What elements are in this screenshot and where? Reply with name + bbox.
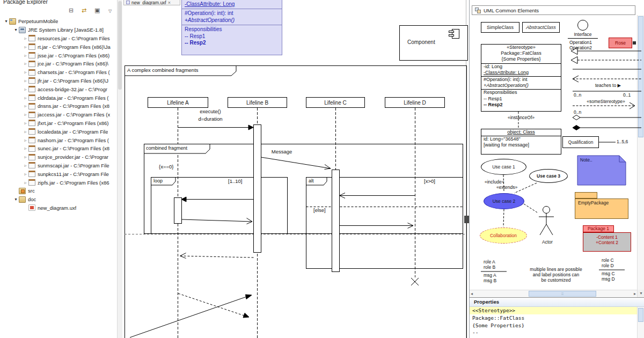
uml-component-element[interactable]: Component [399, 25, 468, 61]
tree-item[interactable]: ▹jfxrt.jar - C:\Program Files (x86) [0, 119, 117, 128]
collapsed-arrow-icon[interactable]: ▹ [23, 87, 28, 92]
tree-item-label: doc [28, 196, 36, 202]
lifeline-d[interactable]: Lifeline D [385, 97, 445, 108]
alt-guard[interactable]: [x>0] [424, 178, 435, 184]
tree-item[interactable]: ▹zipfs.jar - C:\Program Files (x86 [0, 178, 117, 187]
collapsed-arrow-icon[interactable]: ▹ [23, 155, 28, 159]
palette-simple-class[interactable]: SimpleClass [481, 22, 519, 33]
collapse-all-icon[interactable]: ⊟ [69, 7, 74, 14]
tree-item[interactable]: ▹charsets.jar - C:\Program Files ( [0, 68, 117, 77]
tree-item[interactable]: ▹sunmscapi.jar - C:\Program File [0, 161, 117, 170]
caption-role-b: role B [484, 264, 495, 270]
properties-scrollbar-thumb[interactable] [638, 308, 643, 322]
package1-tab[interactable]: Package 1 [583, 225, 614, 232]
palette-abstract-class[interactable]: AbstractClass [522, 22, 560, 33]
explorer-scrollbar-thumb[interactable] [118, 1, 122, 90]
else-guard[interactable]: [else] [313, 207, 326, 213]
properties-editor[interactable]: <<Stereotype>>Package::FatClass{Some Pro… [470, 307, 637, 338]
tree-item[interactable]: ▹jaccess.jar - C:\Program Files (x [0, 111, 117, 119]
tree-item[interactable]: ▹rt.jar - C:\Program Files (x86)\Ja [0, 42, 117, 51]
properties-line: -- [470, 329, 637, 336]
tree-item[interactable]: ▾PerpetuumMobile [0, 17, 117, 26]
loop-guard[interactable]: [1..10] [228, 178, 242, 184]
palette-qualification[interactable]: Qualification [562, 136, 599, 148]
message-label-duration[interactable]: d=duration [184, 116, 237, 122]
tree-item[interactable]: src [0, 187, 117, 195]
editor-tab[interactable]: new_diagram.uxf × [123, 0, 180, 5]
link-with-editor-icon[interactable]: ⇄ [82, 7, 86, 14]
lifeline-a[interactable]: Lifeline A [148, 97, 208, 108]
tree-item[interactable]: ▹access-bridge-32.jar - C:\Progr [0, 85, 117, 93]
collapsed-arrow-icon[interactable]: ▹ [23, 53, 28, 58]
palette-header[interactable]: UML Common Elements [472, 5, 635, 15]
palette-rose-class[interactable]: Rose [609, 38, 632, 48]
expanded-arrow-icon[interactable]: ▾ [3, 19, 9, 24]
collapsed-arrow-icon[interactable]: ▹ [23, 180, 28, 185]
tree-item[interactable]: ▹sunpkcs11.jar - C:\Program File [0, 170, 117, 178]
collapsed-arrow-icon[interactable]: ▹ [23, 70, 28, 75]
tree-item[interactable]: ▹jsse.jar - C:\Program Files (x86) [0, 51, 117, 60]
tree-item[interactable]: ▹sunec.jar - C:\Program Files (x8 [0, 144, 117, 153]
palette-interface-circle[interactable] [577, 20, 588, 31]
collapsed-arrow-icon[interactable]: ▹ [23, 78, 28, 83]
collapsed-arrow-icon[interactable]: ▹ [23, 121, 28, 126]
explorer-scrollbar[interactable] [117, 0, 122, 338]
focus-icon[interactable]: ▣ [94, 7, 100, 14]
empty-package-tab[interactable] [575, 192, 597, 199]
collapsed-arrow-icon[interactable]: ▹ [23, 146, 28, 151]
frame-title[interactable]: A complex combined fragments [127, 67, 199, 73]
collapsed-arrow-icon[interactable]: ▹ [23, 61, 28, 66]
tree-item[interactable]: new_diagram.uxf [0, 204, 117, 212]
fat-attr2: -ClassAttribute: Long [481, 70, 561, 76]
collapsed-arrow-icon[interactable]: ▹ [23, 36, 28, 41]
guard-x0[interactable]: {x==0} [159, 164, 173, 170]
collapsed-arrow-icon[interactable]: ▹ [23, 95, 28, 100]
collapsed-arrow-icon[interactable]: ▹ [23, 163, 28, 168]
palette-fat-class[interactable]: «Stereotype» Package::FatClass {Some Pro… [481, 44, 561, 112]
tree-item[interactable]: ▹cldrdata.jar - C:\Program Files ( [0, 93, 117, 102]
message-label-message[interactable]: Message [252, 149, 311, 155]
combined-fragment-label[interactable]: combined fragment [146, 145, 187, 151]
tree-item[interactable]: ▾doc [0, 195, 117, 204]
tree-item[interactable]: ▹jce.jar - C:\Program Files (x86)\ [0, 60, 117, 68]
tree-item[interactable]: ▹resources.jar - C:\Program Files [0, 34, 117, 43]
tree-item[interactable]: ▹nashorn.jar - C:\Program Files ( [0, 136, 117, 144]
collapsed-arrow-icon[interactable]: ▹ [23, 45, 28, 49]
view-menu-icon[interactable]: ▽ [108, 9, 112, 13]
palette-empty-package[interactable]: EmptyPackage [575, 199, 628, 219]
lifeline-c[interactable]: Lifeline C [306, 97, 365, 108]
tree-item[interactable]: ▾JRE System Library [JavaSE-1.8] [0, 26, 117, 34]
lifeline-b[interactable]: Lifeline B [228, 97, 287, 108]
tree-item[interactable]: ▹localedata.jar - C:\Program File [0, 127, 117, 136]
collapsed-arrow-icon[interactable]: ▹ [23, 138, 28, 143]
palette-use-case-2[interactable]: Use case 2 [484, 193, 524, 209]
collapsed-arrow-icon[interactable]: ▹ [23, 172, 28, 177]
uml-class-element[interactable]: -ClassAttribute: Long #Operation(i: int)… [181, 0, 282, 55]
library-icon [19, 27, 26, 33]
palette-object-element[interactable]: object: Class id: Long="36548" [waiting … [481, 129, 561, 155]
alt-fragment-label[interactable]: alt [309, 178, 314, 183]
palette-use-case-1[interactable]: Use case 1 [481, 159, 526, 175]
loop-fragment-label[interactable]: loop [153, 178, 163, 183]
jar-icon [28, 171, 35, 177]
collapsed-arrow-icon[interactable]: ▹ [23, 104, 28, 108]
properties-line: <<Stereotype>> [470, 307, 637, 314]
collapsed-arrow-icon[interactable]: ▹ [23, 112, 28, 117]
message-label-execute[interactable]: execute() [184, 108, 237, 114]
properties-scrollbar[interactable] [637, 307, 644, 338]
palette-use-case-3[interactable]: Use case 3 [529, 169, 568, 183]
palette-note[interactable]: Note.. [580, 157, 592, 163]
tree-item[interactable]: ▹dnsns.jar - C:\Program Files (x8 [0, 102, 117, 111]
tree-item-label: JRE System Library [JavaSE-1.8] [28, 27, 104, 33]
tab-close-icon[interactable]: × [168, 0, 171, 5]
sash-handle[interactable] [464, 216, 469, 223]
tree-item[interactable]: ▹sunjce_provider.jar - C:\Prograr [0, 153, 117, 161]
caption-msg-b: msg B [484, 278, 496, 283]
palette-package1[interactable]: -Content 1 +Content 2 [583, 232, 631, 252]
uxf-icon [28, 204, 35, 211]
tree-item[interactable]: ▹jfr.jar - C:\Program Files (x86)\J [0, 77, 117, 85]
expanded-arrow-icon[interactable]: ▾ [13, 197, 19, 202]
palette-collaboration[interactable]: Collaboration [480, 227, 527, 244]
expanded-arrow-icon[interactable]: ▾ [13, 27, 19, 32]
collapsed-arrow-icon[interactable]: ▹ [23, 129, 28, 134]
